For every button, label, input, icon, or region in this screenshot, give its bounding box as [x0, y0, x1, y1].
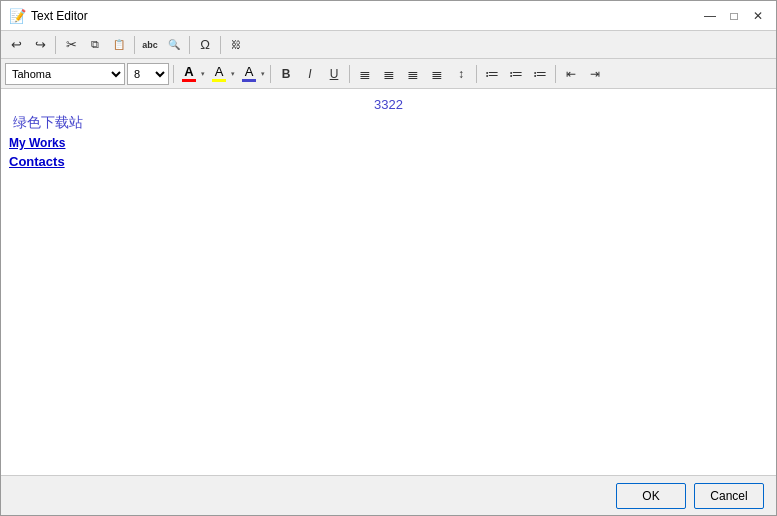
main-toolbar: ↩ ↪ ✂ ⧉ 📋 abc 🔍 Ω ⛓	[1, 31, 776, 59]
format-sep-4	[476, 65, 477, 83]
title-controls: — □ ✕	[700, 6, 768, 26]
italic-button[interactable]: I	[299, 63, 321, 85]
title-bar: 📝 Text Editor — □ ✕	[1, 1, 776, 31]
footer-bar: OK Cancel	[1, 475, 776, 515]
content-line-1: 3322	[9, 97, 764, 112]
window-title: Text Editor	[31, 9, 700, 23]
minimize-button[interactable]: —	[700, 6, 720, 26]
spellcheck-button[interactable]: abc	[139, 34, 161, 56]
contacts-link[interactable]: Contacts	[9, 154, 65, 169]
highlight-group: A ▾	[208, 63, 236, 85]
list-bullet-button[interactable]: ≔	[481, 63, 503, 85]
cancel-button[interactable]: Cancel	[694, 483, 764, 509]
copy-button[interactable]: ⧉	[84, 34, 106, 56]
format-sep-2	[270, 65, 271, 83]
find-button[interactable]: 🔍	[163, 34, 185, 56]
ok-button[interactable]: OK	[616, 483, 686, 509]
font-color-group: A ▾	[178, 63, 206, 85]
close-button[interactable]: ✕	[748, 6, 768, 26]
size-select[interactable]: 6789 10111214	[127, 63, 169, 85]
highlight-button[interactable]: A	[208, 63, 230, 85]
undo-button[interactable]: ↩	[5, 34, 27, 56]
paste-button[interactable]: 📋	[108, 34, 130, 56]
line-spacing-button[interactable]: ↕	[450, 63, 472, 85]
content-line-4: Contacts	[9, 154, 764, 169]
align-right-button[interactable]: ≣	[402, 63, 424, 85]
toolbar-separator-3	[189, 36, 190, 54]
format-sep-5	[555, 65, 556, 83]
redo-button[interactable]: ↪	[29, 34, 51, 56]
indent-inc-button[interactable]: ⇥	[584, 63, 606, 85]
editor-wrapper: 3322 绿色下载站 My Works Contacts	[1, 89, 776, 475]
cut-button[interactable]: ✂	[60, 34, 82, 56]
underline-button[interactable]: U	[323, 63, 345, 85]
format-toolbar: Tahoma Arial Times New Roman Courier New…	[1, 59, 776, 89]
toolbar-separator-2	[134, 36, 135, 54]
link-button[interactable]: ⛓	[225, 34, 247, 56]
font-color-wrap: A	[178, 63, 200, 85]
bgcolor-button[interactable]: A	[238, 63, 260, 85]
bgcolor-wrap: A	[238, 63, 260, 85]
indent-dec-button[interactable]: ⇤	[560, 63, 582, 85]
toolbar-separator-4	[220, 36, 221, 54]
window-icon: 📝	[9, 8, 25, 24]
editor-content[interactable]: 3322 绿色下载站 My Works Contacts	[1, 89, 776, 475]
bgcolor-group: A ▾	[238, 63, 266, 85]
format-sep-3	[349, 65, 350, 83]
omega-button[interactable]: Ω	[194, 34, 216, 56]
list-inc-button[interactable]: ≔	[529, 63, 551, 85]
font-select[interactable]: Tahoma Arial Times New Roman Courier New	[5, 63, 125, 85]
my-works-link[interactable]: My Works	[9, 136, 65, 150]
content-line-3: My Works	[9, 136, 764, 150]
toolbar-separator-1	[55, 36, 56, 54]
list-dec-button[interactable]: ≔	[505, 63, 527, 85]
align-left-button[interactable]: ≣	[354, 63, 376, 85]
format-sep-1	[173, 65, 174, 83]
bold-button[interactable]: B	[275, 63, 297, 85]
bgcolor-dropdown[interactable]: ▾	[260, 70, 266, 78]
font-color-button[interactable]: A	[178, 63, 200, 85]
maximize-button[interactable]: □	[724, 6, 744, 26]
font-color-dropdown[interactable]: ▾	[200, 70, 206, 78]
align-center-button[interactable]: ≣	[378, 63, 400, 85]
highlight-wrap: A	[208, 63, 230, 85]
content-line-2: 绿色下载站	[9, 114, 764, 132]
align-justify-button[interactable]: ≣	[426, 63, 448, 85]
text-editor-window: 📝 Text Editor — □ ✕ ↩ ↪ ✂ ⧉ 📋 abc 🔍 Ω ⛓ …	[0, 0, 777, 516]
highlight-dropdown[interactable]: ▾	[230, 70, 236, 78]
